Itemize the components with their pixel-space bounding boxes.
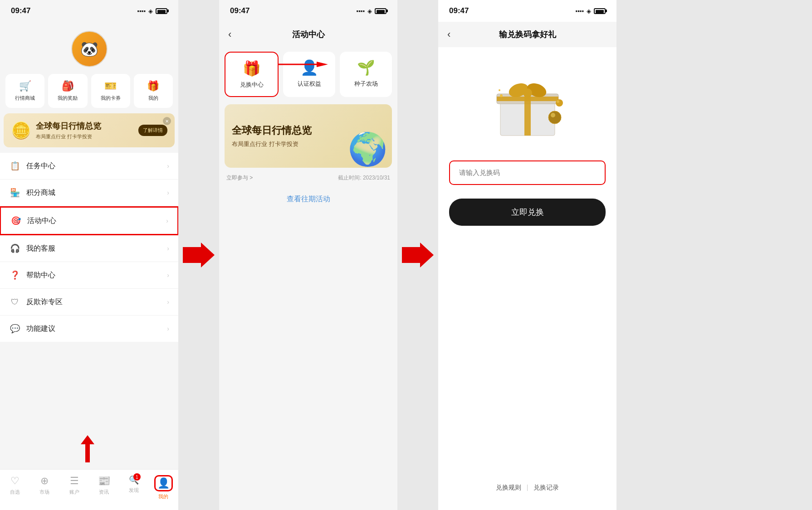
status-time-3: 09:47	[449, 6, 469, 15]
nav-watchlist[interactable]: ♡ 自选	[0, 473, 30, 495]
avatar[interactable]: 🐼	[71, 31, 108, 67]
footer-divider: |	[527, 484, 528, 491]
svg-marker-0	[81, 435, 94, 462]
banner-title: 全球每日行情总览	[36, 121, 138, 131]
wifi-icon-2: ◈	[367, 8, 372, 15]
activity-banner-meta: 立即参与 > 截止时间: 2023/10/31	[219, 170, 397, 185]
signal-icon-3: ▪▪▪▪	[576, 8, 584, 15]
nav-news[interactable]: 📰 资讯	[89, 473, 119, 495]
right-arrow-1	[183, 243, 215, 267]
status-bar-2: 09:47 ▪▪▪▪ ◈	[219, 0, 397, 22]
fraud-icon: 🛡	[9, 296, 21, 308]
nav-market[interactable]: ⊕ 市场	[30, 473, 60, 495]
suggestion-icon: 💬	[9, 323, 21, 335]
status-icons-3: ▪▪▪▪ ◈	[576, 8, 606, 15]
status-time-1: 09:47	[11, 6, 30, 15]
svg-point-13	[548, 111, 561, 124]
up-arrow-annotation	[81, 435, 94, 462]
status-icons-1: ▪▪▪▪ ◈	[137, 8, 167, 15]
points-icon: 🏪	[9, 187, 21, 199]
redeem-label: 兑换中心	[240, 81, 264, 89]
arrow-icon-5: ›	[167, 272, 169, 279]
arrow-icon-6: ›	[167, 298, 169, 306]
arrow-icon-7: ›	[167, 325, 169, 332]
banner-strip[interactable]: 🪙 全球每日行情总览 布局重点行业 打卡学投资 了解详情 ✕	[4, 113, 175, 147]
activity-card-redeem[interactable]: 🎁 兑换中心	[225, 52, 279, 97]
activity-cards: 🎁 兑换中心 👤 认证权益 🌱 种子农场	[219, 47, 397, 102]
arrow-icon-2: ›	[167, 189, 169, 196]
points-label: 积分商城	[26, 188, 167, 198]
quick-card-my[interactable]: 🎁 我的	[134, 74, 173, 108]
participate-link[interactable]: 立即参与 >	[226, 174, 253, 182]
menu-item-service[interactable]: 🎧 我的客服 ›	[0, 235, 178, 262]
task-label: 任务中心	[26, 161, 167, 171]
farm-icon: 🌱	[357, 59, 375, 76]
redeem-rules-link[interactable]: 兑换规则	[496, 484, 521, 491]
back-button-2[interactable]: ‹	[228, 29, 231, 40]
quick-card-market[interactable]: 🛒 行情商城	[5, 74, 44, 108]
svg-point-16	[557, 100, 559, 103]
signal-icon-2: ▪▪▪▪	[357, 8, 365, 15]
menu-item-points[interactable]: 🏪 积分商城 ›	[0, 180, 178, 206]
farm-label: 种子农场	[354, 80, 378, 88]
menu-list: 📋 任务中心 › 🏪 积分商城 › 🎯 活动中心 › 🎧 我的客服 › ❓ 帮助…	[0, 153, 178, 342]
menu-item-activity[interactable]: 🎯 活动中心 ›	[1, 208, 177, 234]
bottom-nav: ♡ 自选 ⊕ 市场 ☰ 账户 📰 资讯 🔍 1 发现 👤 我的	[0, 469, 178, 510]
nav-discover[interactable]: 🔍 1 发现	[119, 473, 149, 494]
view-past-link[interactable]: 查看往期活动	[219, 185, 397, 213]
panel-my-page: 09:47 ▪▪▪▪ ◈ 🐼 🛒 行情商城 🎒 我的奖励 🎫 我的卡券 🎁 我的	[0, 0, 178, 510]
activity-banner-subtitle: 布局重点行业 打卡学投资	[232, 140, 385, 148]
account-icon: ☰	[70, 475, 79, 487]
banner-text: 全球每日行情总览 布局重点行业 打卡学投资	[36, 121, 138, 140]
nav-my[interactable]: 👤 我的	[149, 473, 179, 500]
help-icon: ❓	[9, 269, 21, 281]
reward-icon: 🎒	[62, 80, 74, 92]
menu-item-help[interactable]: ❓ 帮助中心 ›	[0, 262, 178, 289]
redeem-input-container[interactable]	[449, 160, 606, 185]
quick-card-reward[interactable]: 🎒 我的奖励	[48, 74, 87, 108]
activity-label: 活动中心	[27, 216, 166, 226]
redeem-icon: 🎁	[243, 60, 261, 77]
menu-item-fraud[interactable]: 🛡 反欺诈专区 ›	[0, 289, 178, 316]
red-arrow-horizontal	[278, 60, 328, 69]
back-button-3[interactable]: ‹	[447, 29, 450, 40]
activity-card-cert[interactable]: 👤 认证权益	[283, 52, 335, 97]
redeem-history-link[interactable]: 兑换记录	[533, 484, 559, 491]
my-nav-icon: 👤	[157, 477, 170, 489]
activity-banner-title: 全球每日行情总览	[232, 124, 385, 137]
status-bar-1: 09:47 ▪▪▪▪ ◈	[0, 0, 178, 22]
svg-point-18	[499, 89, 500, 91]
menu-item-suggestion[interactable]: 💬 功能建议 ›	[0, 316, 178, 342]
activity-banner[interactable]: 全球每日行情总览 布局重点行业 打卡学投资 🌍	[225, 104, 392, 168]
cert-label: 认证权益	[298, 80, 321, 88]
svg-point-14	[551, 113, 555, 117]
quick-card-coupon[interactable]: 🎫 我的卡券	[91, 74, 130, 108]
activity-card-farm[interactable]: 🌱 种子农场	[340, 52, 392, 97]
close-icon[interactable]: ✕	[163, 117, 171, 125]
up-arrow-svg	[81, 435, 94, 462]
service-icon: 🎧	[9, 243, 21, 254]
help-label: 帮助中心	[26, 271, 167, 280]
task-icon: 📋	[9, 160, 21, 172]
svg-point-15	[556, 99, 563, 107]
svg-marker-1	[183, 243, 215, 267]
suggestion-label: 功能建议	[26, 324, 167, 334]
redeem-button[interactable]: 立即兑换	[449, 199, 606, 226]
battery-icon-3	[594, 8, 606, 14]
banner-detail-button[interactable]: 了解详情	[138, 125, 167, 136]
redeem-code-input[interactable]	[459, 169, 596, 176]
activity-banner-text: 全球每日行情总览 布局重点行业 打卡学投资	[232, 124, 385, 148]
my-label: 我的	[148, 95, 158, 102]
quick-cards: 🛒 行情商城 🎒 我的奖励 🎫 我的卡券 🎁 我的	[0, 74, 178, 113]
panel-redeem-code: 09:47 ▪▪▪▪ ◈ ‹ 输兑换码拿好礼	[438, 0, 616, 510]
news-icon: 📰	[98, 475, 110, 487]
menu-item-task[interactable]: 📋 任务中心 ›	[0, 153, 178, 180]
arrow-divider-2	[397, 0, 438, 510]
redeem-header: ‹ 输兑换码拿好礼	[438, 22, 616, 47]
svg-marker-3	[317, 62, 328, 67]
nav-account[interactable]: ☰ 账户	[59, 473, 89, 495]
gift-section	[438, 47, 616, 151]
status-icons-2: ▪▪▪▪ ◈	[357, 8, 386, 15]
deadline-text: 截止时间: 2023/10/31	[338, 174, 390, 182]
account-label: 账户	[69, 489, 79, 495]
